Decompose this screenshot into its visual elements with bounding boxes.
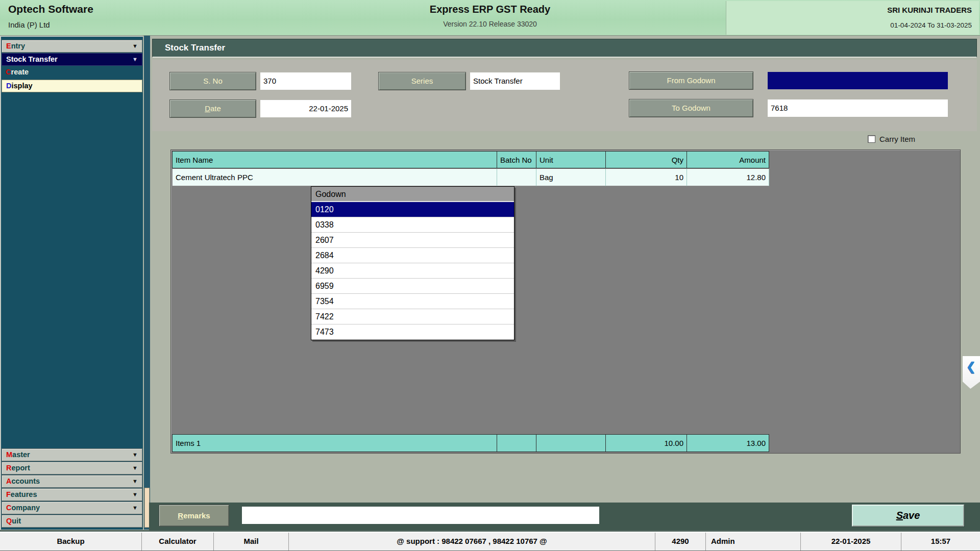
sidebar-item-master[interactable]: Master ▼ — [2, 448, 142, 461]
table-row: Cement Ultratech PPC Bag 10 12.80 — [172, 169, 769, 186]
chevron-down-icon: ▼ — [132, 475, 138, 487]
totals-items-count: Items 1 — [172, 434, 497, 452]
financial-period: 01-04-2024 To 31-03-2025 — [890, 21, 972, 29]
sidebar-item-entry[interactable]: Entry ▼ — [2, 40, 142, 53]
product-version: Version 22.10 Release 33020 — [337, 20, 643, 28]
totals-unit — [536, 434, 606, 452]
cell-item-name[interactable]: Cement Ultratech PPC — [172, 169, 497, 186]
sidebar-top-menu: Entry ▼ Stock Transfer ▼ Create Display — [1, 37, 143, 92]
godown-option[interactable]: 0338 — [311, 217, 514, 233]
status-date: 22-01-2025 — [801, 533, 901, 550]
date-label: Date — [169, 99, 256, 118]
client-name: SRI KURINJI TRADERS — [887, 6, 972, 14]
godown-option[interactable]: 0120 — [311, 202, 514, 217]
chevron-down-icon: ▼ — [132, 489, 138, 500]
mail-button[interactable]: Mail — [214, 533, 289, 550]
chevron-down-icon: ▼ — [132, 462, 138, 474]
godown-option[interactable]: 2607 — [311, 233, 514, 248]
chevron-down-icon: ▼ — [132, 449, 138, 461]
godown-list: 012003382607268442906959735474227473 — [311, 202, 514, 340]
sno-label: S. No — [169, 72, 256, 90]
cell-amount[interactable]: 12.80 — [687, 169, 769, 186]
remarks-strip: Remarks Save — [149, 503, 980, 531]
status-time: 15:57 — [901, 533, 980, 550]
col-batch-no: Batch No — [497, 151, 536, 168]
chevron-down-icon: ▼ — [132, 502, 138, 514]
cell-qty[interactable]: 10 — [606, 169, 687, 186]
totals-amount: 13.00 — [687, 434, 769, 452]
sidebar-item-stock-transfer[interactable]: Stock Transfer ▼ — [2, 53, 142, 66]
sidebar-item-quit[interactable]: Quit — [2, 515, 142, 528]
sidebar-item-company[interactable]: Company ▼ — [2, 502, 142, 514]
carry-item-checkbox[interactable] — [868, 135, 875, 143]
sidebar-item-display[interactable]: Display — [2, 80, 142, 92]
godown-dropdown: Godown 012003382607268442906959735474227… — [311, 186, 514, 340]
product-block: Express ERP GST Ready Version 22.10 Rele… — [337, 0, 643, 28]
to-godown-input[interactable]: 7618 — [768, 99, 948, 117]
totals-batch — [497, 434, 536, 452]
sidebar-scrollbar[interactable] — [144, 36, 150, 530]
col-qty: Qty — [606, 151, 687, 168]
godown-option[interactable]: 6959 — [311, 279, 514, 294]
items-grid-totals: Items 1 10.00 13.00 — [172, 434, 769, 452]
godown-option[interactable]: 7422 — [311, 309, 514, 324]
carry-item-control: Carry Item — [868, 135, 915, 143]
col-amount: Amount — [687, 151, 769, 168]
product-name: Express ERP GST Ready — [337, 4, 643, 15]
vendor-name: Optech Software — [8, 3, 93, 15]
panel-collapse-tab[interactable]: ❮ — [963, 356, 980, 389]
remarks-label: Remarks — [159, 505, 229, 527]
sidebar-bottom-menu: Master ▼ Report ▼ Accounts ▼ Features ▼ … — [1, 448, 143, 528]
page-title: Stock Transfer — [165, 43, 225, 53]
page-title-bar: Stock Transfer — [152, 39, 977, 58]
col-unit: Unit — [536, 151, 606, 168]
from-godown-input[interactable] — [768, 72, 948, 89]
chevron-down-icon: ▼ — [132, 54, 138, 65]
chevron-left-icon: ❮ — [966, 360, 975, 373]
carry-item-label: Carry Item — [879, 135, 915, 143]
save-button[interactable]: Save — [852, 505, 964, 527]
sidebar-item-create[interactable]: Create — [2, 66, 142, 79]
sidebar-item-accounts[interactable]: Accounts ▼ — [2, 475, 142, 488]
chevron-down-icon: ▼ — [132, 40, 138, 52]
cell-unit[interactable]: Bag — [536, 169, 606, 186]
col-item-name: Item Name — [172, 151, 497, 168]
from-godown-label: From Godown — [629, 71, 753, 90]
company-period-panel: SRI KURINJI TRADERS 01-04-2024 To 31-03-… — [726, 1, 979, 35]
date-input[interactable]: 22-01-2025 — [260, 100, 351, 117]
remarks-input[interactable] — [242, 507, 599, 524]
sidebar-item-features[interactable]: Features ▼ — [2, 488, 142, 501]
godown-dropdown-header: Godown — [311, 187, 514, 202]
sidebar-item-report[interactable]: Report ▼ — [2, 462, 142, 474]
voucher-form: S. No 370 Series Stock Transfer From God… — [152, 60, 977, 131]
series-input[interactable]: Stock Transfer — [470, 72, 560, 90]
godown-option[interactable]: 2684 — [311, 248, 514, 263]
godown-option[interactable]: 7354 — [311, 294, 514, 309]
status-bar: Backup Calculator Mail @ support : 98422… — [0, 532, 980, 551]
sidebar: Entry ▼ Stock Transfer ▼ Create Display … — [0, 36, 143, 530]
app-header: Optech Software India (P) Ltd Express ER… — [0, 0, 980, 36]
items-grid-header: Item Name Batch No Unit Qty Amount — [172, 151, 769, 168]
support-info: @ support : 98422 07667 , 98422 10767 @ — [289, 533, 655, 550]
items-grid-panel: Item Name Batch No Unit Qty Amount Cemen… — [170, 149, 961, 454]
sno-input[interactable]: 370 — [260, 72, 351, 90]
status-godown-code: 4290 — [655, 533, 706, 550]
to-godown-label: To Godown — [629, 99, 753, 117]
calculator-button[interactable]: Calculator — [142, 533, 214, 550]
backup-button[interactable]: Backup — [0, 533, 142, 550]
godown-option[interactable]: 7473 — [311, 324, 514, 340]
cell-batch-no[interactable] — [497, 169, 536, 186]
series-label: Series — [378, 72, 466, 90]
totals-qty: 10.00 — [606, 434, 687, 452]
godown-option[interactable]: 4290 — [311, 263, 514, 279]
vendor-subtitle: India (P) Ltd — [8, 20, 50, 29]
status-user: Admin — [706, 533, 801, 550]
app-window: Optech Software India (P) Ltd Express ER… — [0, 0, 980, 551]
